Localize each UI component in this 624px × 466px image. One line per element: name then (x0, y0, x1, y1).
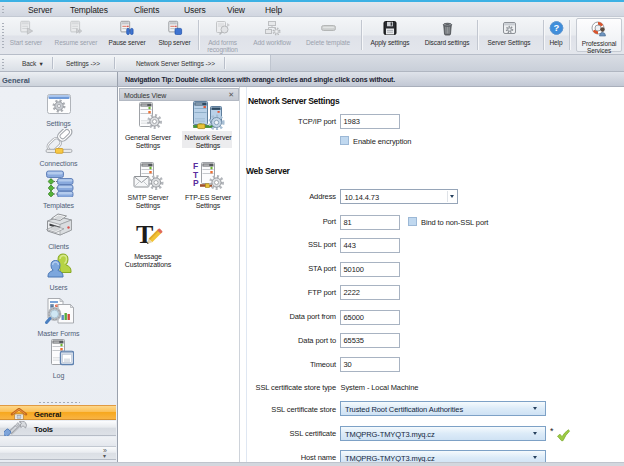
svg-text:T: T (136, 221, 153, 249)
svg-text:P: P (193, 178, 199, 188)
svg-text:?: ? (553, 22, 559, 33)
